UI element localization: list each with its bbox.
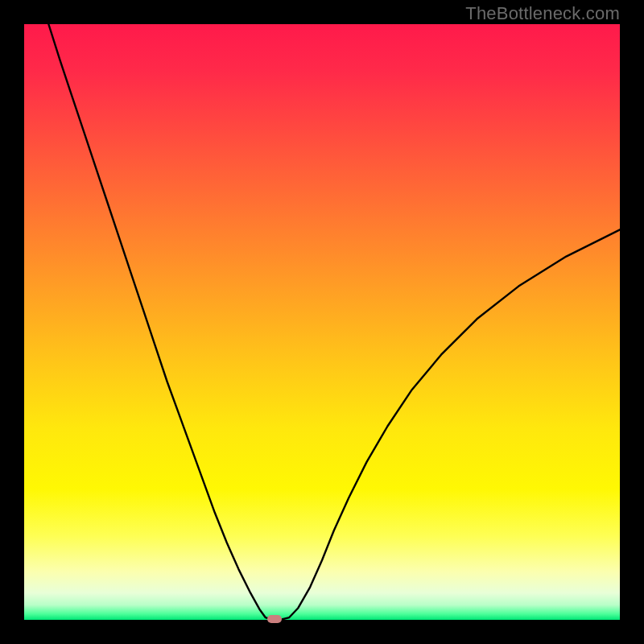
gradient-plot bbox=[24, 24, 620, 620]
minimum-marker bbox=[267, 615, 282, 623]
watermark-text: TheBottleneck.com bbox=[465, 3, 620, 24]
chart-frame bbox=[24, 24, 620, 620]
